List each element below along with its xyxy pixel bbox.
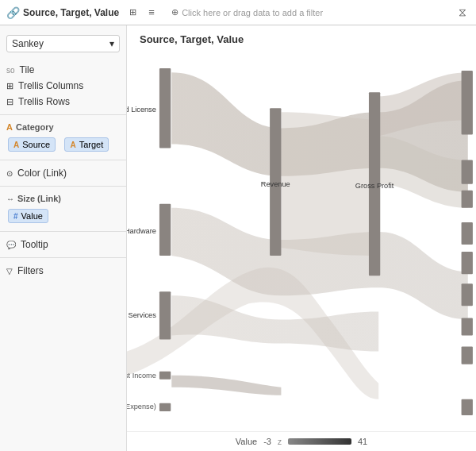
node-cloud	[159, 68, 171, 148]
legend-max: 41	[358, 437, 367, 446]
trellis-columns-item[interactable]: ⊞ Trellis Columns	[0, 78, 126, 94]
label-services: Services	[129, 311, 157, 319]
flow-netinterest	[171, 376, 281, 395]
color-link-label: Color (Link)	[17, 168, 67, 179]
node-tax	[462, 399, 473, 415]
divider2	[0, 160, 126, 160]
top-bar-title-text: Source, Target, Value	[23, 7, 119, 18]
filters-item[interactable]: ▽ Filters	[0, 263, 126, 279]
tooltip-label: Tooltip	[21, 239, 48, 250]
trellis-rows-label: Trellis Rows	[18, 96, 70, 107]
top-bar: 🔗 Source, Target, Value ⊞ ≡ ⊕ Click here…	[0, 0, 476, 25]
chart-type-icon: 🔗	[6, 6, 20, 19]
trellis-rows-icon: ⊟	[6, 97, 13, 107]
tile-label: Tile	[20, 64, 35, 75]
filter-icon[interactable]: ⧖	[455, 6, 470, 20]
node-hardware	[159, 204, 171, 256]
tile-item[interactable]: so Tile	[0, 62, 126, 78]
color-link-icon: ⊙	[6, 169, 13, 178]
filter-add-icon: ⊕	[171, 7, 178, 17]
node-sga	[462, 283, 473, 306]
divider5	[0, 257, 126, 258]
label-revenue: Revenue	[261, 180, 290, 188]
value-tag[interactable]: # Value	[8, 209, 48, 223]
filter-bar[interactable]: ⊕ Click here or drag data to add a filte…	[165, 7, 449, 17]
divider3	[0, 186, 126, 187]
category-icon: A	[6, 122, 13, 132]
size-link-label: Size (Link)	[17, 194, 61, 203]
grid-icon[interactable]: ⊞	[125, 6, 140, 20]
chart-legend: Value -3 z 41	[127, 431, 476, 451]
trellis-columns-icon: ⊞	[6, 81, 13, 91]
chart-area: Cloud and License Hardware Services Net …	[127, 48, 476, 431]
node-opincm	[462, 318, 473, 335]
label-netinterest: Net Interest Income	[127, 372, 156, 380]
value-tag-icon: #	[13, 212, 18, 221]
label-hardware: Hardware	[127, 227, 156, 235]
node-otherincome	[159, 403, 171, 411]
legend-zoom: z	[278, 438, 282, 446]
filters-label: Filters	[17, 265, 44, 276]
legend-label: Value	[236, 437, 257, 446]
trellis-rows-item[interactable]: ⊟ Trellis Rows	[0, 94, 126, 110]
sankey-chart: Cloud and License Hardware Services Net …	[127, 48, 476, 431]
target-tag-label: Target	[79, 140, 104, 149]
node-pretax	[462, 252, 473, 274]
node-totalopex	[462, 191, 473, 208]
divider1	[0, 114, 126, 115]
trellis-columns-label: Trellis Columns	[18, 80, 83, 91]
main-layout: Sankey ▾ so Tile ⊞ Trellis Columns ⊟ Tre…	[0, 25, 476, 451]
source-tag-label: Source	[22, 140, 50, 149]
dropdown-chevron: ▾	[109, 38, 114, 49]
tooltip-item[interactable]: 💬 Tooltip	[0, 237, 126, 252]
label-cloud: Cloud and License	[127, 106, 156, 114]
chart-type-dropdown[interactable]: Sankey ▾	[6, 35, 120, 52]
color-link-item[interactable]: ⊙ Color (Link)	[0, 165, 126, 181]
node-services	[159, 291, 171, 339]
category-header: A Category	[0, 120, 126, 134]
tooltip-icon: 💬	[6, 241, 16, 249]
chart-type-section: Sankey ▾	[0, 32, 126, 62]
right-panel: Source, Target, Value	[127, 25, 476, 451]
top-bar-icons: ⊞ ≡	[125, 6, 159, 20]
filter-placeholder-text: Click here or drag data to add a filter	[182, 8, 323, 17]
legend-bar	[288, 438, 351, 445]
dropdown-label: Sankey	[12, 38, 44, 49]
size-link-header: ↔ Size (Link)	[0, 191, 126, 206]
source-tag[interactable]: A Source	[8, 137, 56, 152]
target-tag-icon: A	[70, 141, 75, 149]
top-bar-title: 🔗 Source, Target, Value	[6, 6, 119, 19]
node-netinterest	[159, 372, 171, 380]
list-icon[interactable]: ≡	[144, 6, 159, 20]
legend-min: -3	[263, 437, 271, 446]
category-label: Category	[16, 122, 54, 132]
node-otheropex	[462, 160, 473, 184]
tile-icon: so	[6, 66, 15, 75]
node-rd	[462, 222, 473, 245]
source-tag-icon: A	[13, 141, 19, 149]
filters-icon: ▽	[6, 267, 13, 276]
chart-title: Source, Target, Value	[127, 25, 476, 48]
label-grossprofit: Gross Profit	[355, 182, 394, 190]
value-tag-label: Value	[21, 211, 43, 221]
target-tag[interactable]: A Target	[64, 137, 109, 152]
label-otherincome: Other Income (Expense)	[127, 403, 156, 411]
node-cogs	[462, 71, 473, 134]
divider4	[0, 231, 126, 232]
size-link-icon: ↔	[6, 195, 14, 203]
node-netincome	[462, 347, 473, 364]
left-panel: Sankey ▾ so Tile ⊞ Trellis Columns ⊟ Tre…	[0, 25, 127, 451]
